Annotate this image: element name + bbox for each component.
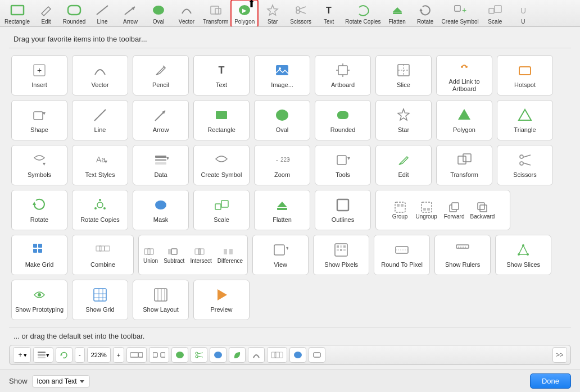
grid-item-insert[interactable]: + Insert bbox=[11, 55, 67, 95]
grid-item-rectangle[interactable]: Rectangle bbox=[193, 100, 250, 140]
toolbar-item-create-symbol[interactable]: + Create Symbol bbox=[439, 0, 481, 27]
grid-item-subtract[interactable]: Subtract bbox=[161, 245, 187, 265]
strip-scissors[interactable] bbox=[191, 347, 207, 363]
grid-item-hotspot[interactable]: Hotspot bbox=[497, 55, 553, 95]
grid-item-forward[interactable]: Forward bbox=[442, 200, 467, 221]
grid-label-line: Line bbox=[94, 126, 106, 134]
grid-item-data[interactable]: ▾ Data bbox=[133, 145, 189, 185]
svg-rect-96 bbox=[148, 249, 153, 254]
grid-item-mask[interactable]: Mask bbox=[133, 190, 189, 230]
grid-item-scale[interactable]: Scale bbox=[193, 190, 250, 230]
grid-item-artboard[interactable]: Artboard bbox=[315, 55, 371, 95]
grid-item-rounded[interactable]: Rounded bbox=[315, 100, 371, 140]
grid-item-oval[interactable]: Oval bbox=[254, 100, 310, 140]
svg-point-37 bbox=[465, 66, 468, 68]
toolbar-item-edit[interactable]: Edit bbox=[32, 0, 60, 27]
toolbar-item-scale[interactable]: Scale bbox=[481, 0, 509, 27]
grid-item-show-grid[interactable]: Show Grid bbox=[72, 280, 128, 320]
toolbar-item-rotate-copies[interactable]: Rotate Copies bbox=[343, 0, 383, 27]
toolbar-item-rotate[interactable]: Rotate bbox=[411, 0, 439, 27]
strip-path[interactable] bbox=[248, 347, 265, 363]
strip-zoom-value[interactable]: 223% bbox=[87, 347, 111, 363]
grid-item-pencil[interactable]: Pencil bbox=[133, 55, 189, 95]
strip-gray-rect[interactable] bbox=[309, 347, 325, 363]
grid-item-round-to-pixel[interactable]: Round To Pixel bbox=[374, 235, 430, 275]
grid-item-show-rulers[interactable]: Show Rulers bbox=[434, 235, 491, 275]
grid-item-tools[interactable]: ▾ Tools bbox=[315, 145, 371, 185]
grid-item-shape[interactable]: ▾ Shape bbox=[11, 100, 67, 140]
grid-item-triangle[interactable]: Triangle bbox=[497, 100, 553, 140]
toolbar-item-rounded[interactable]: Rounded bbox=[60, 0, 88, 27]
grid-item-text-styles[interactable]: Aa▾ Text Styles bbox=[72, 145, 128, 185]
done-button[interactable]: Done bbox=[530, 373, 571, 389]
strip-add-button[interactable]: + ▾ bbox=[13, 347, 31, 363]
strip-leaf[interactable] bbox=[229, 347, 246, 363]
grid-item-scissors[interactable]: Scissors bbox=[497, 145, 553, 185]
toolbar-item-star[interactable]: Star bbox=[259, 0, 287, 27]
strip-zoom-plus[interactable]: + bbox=[113, 347, 124, 363]
toolbar-item-oval[interactable]: Oval bbox=[144, 0, 173, 27]
grid-item-add-link[interactable]: Add Link to Artboard bbox=[436, 55, 492, 95]
grid-item-view[interactable]: ▾ View bbox=[252, 235, 309, 275]
strip-layers-button[interactable]: ▾ bbox=[33, 347, 53, 363]
grid-item-ungroup[interactable]: Ungroup bbox=[412, 200, 440, 221]
grid-label-insert: Insert bbox=[31, 81, 47, 89]
grid-item-line[interactable]: Line bbox=[72, 100, 128, 140]
grid-item-backward[interactable]: Backward bbox=[468, 200, 497, 221]
grid-item-group[interactable]: Group bbox=[389, 200, 411, 221]
grid-item-outlines[interactable]: Outlines bbox=[315, 190, 371, 230]
strip-boolean1[interactable] bbox=[267, 347, 287, 363]
grid-item-rotate-copies[interactable]: Rotate Copies bbox=[72, 190, 128, 230]
grid-item-show-layout[interactable]: Show Layout bbox=[133, 280, 189, 320]
strip-more-button[interactable]: >> bbox=[552, 347, 567, 363]
grid-item-show-pixels[interactable]: Show Pixels bbox=[313, 235, 369, 275]
grid-item-symbols[interactable]: ▾ Symbols bbox=[11, 145, 67, 185]
svg-rect-0 bbox=[11, 6, 24, 15]
strip-polygon[interactable] bbox=[171, 347, 188, 363]
toolbar-item-scissors[interactable]: Scissors bbox=[287, 0, 315, 27]
toolbar-item-arrow[interactable]: Arrow bbox=[116, 0, 144, 27]
grid-item-star[interactable]: Star bbox=[375, 100, 432, 140]
grid-item-create-symbol[interactable]: Create Symbol bbox=[193, 145, 250, 185]
strip-distribute[interactable] bbox=[149, 347, 169, 363]
grid-item-union[interactable]: Union bbox=[141, 245, 160, 265]
toolbar-label-line: Line bbox=[97, 19, 108, 25]
grid-item-show-slices[interactable]: Show Slices bbox=[495, 235, 551, 275]
text-icon: T bbox=[321, 2, 337, 18]
grid-item-text[interactable]: T Text bbox=[193, 55, 250, 95]
show-select[interactable]: Icon and Text bbox=[32, 375, 90, 388]
grid-item-slice[interactable]: Slice bbox=[375, 55, 432, 95]
grid-item-show-prototyping[interactable]: Show Prototyping bbox=[11, 280, 67, 320]
toolbar-label-rotate: Rotate bbox=[417, 19, 433, 25]
grid-item-image[interactable]: Image... bbox=[254, 55, 310, 95]
grid-item-edit[interactable]: Edit bbox=[375, 145, 432, 185]
grid-item-preview[interactable]: Preview bbox=[193, 280, 250, 320]
grid-item-intersect[interactable]: Intersect bbox=[188, 245, 214, 265]
grid-item-combine[interactable]: Combine bbox=[72, 235, 134, 275]
grid-item-arrow[interactable]: Arrow bbox=[133, 100, 189, 140]
grid-item-transform[interactable]: Transform bbox=[436, 145, 492, 185]
grid-item-zoom[interactable]: -223%+ Zoom bbox=[254, 145, 310, 185]
grid-item-rotate[interactable]: Rotate bbox=[11, 190, 67, 230]
grid-item-make-grid[interactable]: Make Grid bbox=[11, 235, 67, 275]
toolbar-item-polygon[interactable]: ▶ Polygon bbox=[230, 0, 259, 27]
toolbar-item-rectangle[interactable]: Rectangle bbox=[2, 0, 32, 27]
strip-align-left[interactable] bbox=[126, 347, 147, 363]
strip-blue-oval[interactable] bbox=[289, 347, 306, 363]
arrow-grid-icon bbox=[152, 106, 170, 124]
show-grid-icon bbox=[91, 286, 109, 304]
grid-item-difference[interactable]: Difference bbox=[215, 245, 245, 265]
grid-item-polygon[interactable]: Polygon bbox=[436, 100, 492, 140]
strip-oval[interactable] bbox=[210, 347, 226, 363]
grid-label-combine: Combine bbox=[90, 261, 115, 268]
toolbar-item-transform[interactable]: Transform bbox=[201, 0, 230, 27]
toolbar-item-u[interactable]: U U bbox=[509, 0, 537, 27]
strip-zoom-minus[interactable]: - bbox=[75, 347, 85, 363]
grid-item-vector[interactable]: Vector bbox=[72, 55, 128, 95]
toolbar-item-vector[interactable]: Vector bbox=[173, 0, 201, 27]
toolbar-item-text[interactable]: T Text bbox=[315, 0, 343, 27]
strip-refresh-button[interactable] bbox=[56, 347, 72, 363]
grid-item-flatten[interactable]: Flatten bbox=[254, 190, 310, 230]
toolbar-item-flatten[interactable]: Flatten bbox=[383, 0, 411, 27]
toolbar-item-line[interactable]: Line bbox=[88, 0, 116, 27]
